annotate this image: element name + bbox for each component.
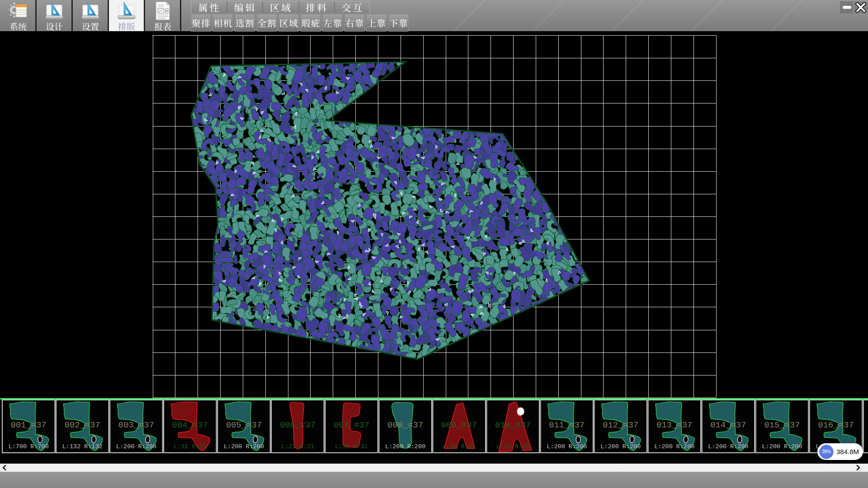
svg-text:012_#37: 012_#37 xyxy=(603,421,638,430)
svg-text:L:200 R:200: L:200 R:200 xyxy=(762,443,802,450)
svg-text:006_#37: 006_#37 xyxy=(280,421,316,430)
svg-text:L:31 R:31: L:31 R:31 xyxy=(174,443,207,450)
svg-text:L:200 R:200: L:200 R:200 xyxy=(708,443,748,450)
svg-text:013_#37: 013_#37 xyxy=(656,421,692,430)
svg-text:L:200 R:200: L:200 R:200 xyxy=(654,443,694,450)
svg-text:L:31 R:31: L:31 R:31 xyxy=(335,443,368,450)
svg-text:L:132 R:132: L:132 R:132 xyxy=(62,443,103,450)
svg-text:L:33 R:33: L:33 R:33 xyxy=(496,443,529,450)
svg-text:004_#37: 004_#37 xyxy=(172,421,208,430)
svg-text:L:32 R:31: L:32 R:31 xyxy=(443,443,476,450)
svg-text:005_#37: 005_#37 xyxy=(226,421,262,430)
svg-text:L:200 R:200: L:200 R:200 xyxy=(224,443,264,450)
svg-text:011_#37: 011_#37 xyxy=(549,421,585,430)
svg-text:001_#37: 001_#37 xyxy=(11,421,47,430)
svg-text:L:21 R:21: L:21 R:21 xyxy=(281,443,314,450)
svg-text:003_#37: 003_#37 xyxy=(118,421,154,430)
svg-text:014_#37: 014_#37 xyxy=(710,421,746,430)
svg-text:010_#37: 010_#37 xyxy=(495,421,531,430)
svg-text:L:200 R:200: L:200 R:200 xyxy=(600,443,641,450)
svg-text:016_#37: 016_#37 xyxy=(818,421,854,430)
svg-text:L:700 R:700: L:700 R:700 xyxy=(9,443,49,450)
svg-text:007_#37: 007_#37 xyxy=(334,421,369,430)
svg-text:015_#37: 015_#37 xyxy=(764,421,800,430)
svg-text:002_#37: 002_#37 xyxy=(65,421,100,430)
svg-text:L:200 R:200: L:200 R:200 xyxy=(385,443,425,450)
svg-text:008_#37: 008_#37 xyxy=(387,421,423,430)
svg-text:L:200 R:200: L:200 R:200 xyxy=(116,443,156,450)
svg-text:L:200 R:200: L:200 R:200 xyxy=(547,443,587,450)
svg-text:009_#37: 009_#37 xyxy=(441,421,477,430)
